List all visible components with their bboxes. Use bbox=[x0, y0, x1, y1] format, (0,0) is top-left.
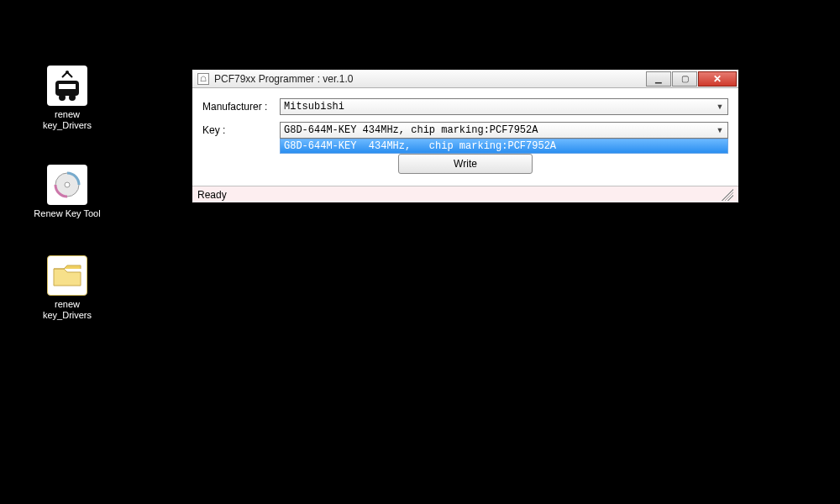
key-option[interactable]: G8D-644M-KEY 434MHz, chip marking:PCF795… bbox=[281, 139, 727, 153]
key-combo[interactable]: G8D-644M-KEY 434MHz, chip marking:PCF795… bbox=[280, 122, 728, 139]
desktop-icon-label: renew key_Drivers bbox=[34, 299, 101, 321]
minimize-icon: ▁ bbox=[655, 74, 662, 83]
desktop-icon-label: renew key_Drivers bbox=[34, 109, 101, 131]
svg-point-2 bbox=[69, 94, 76, 101]
chevron-down-icon: ▼ bbox=[713, 123, 727, 137]
manufacturer-label: Manufacturer : bbox=[202, 101, 280, 113]
app-window: ☖ PCF79xx Programmer : ver.1.0 ▁ ▢ ✕ Man… bbox=[192, 69, 739, 203]
write-row: Write bbox=[202, 154, 728, 174]
close-button[interactable]: ✕ bbox=[698, 71, 737, 87]
maximize-icon: ▢ bbox=[681, 74, 689, 83]
statusbar: Ready bbox=[192, 186, 738, 202]
chevron-down-icon: ▼ bbox=[713, 100, 727, 113]
key-row: Key : G8D-644M-KEY 434MHz, chip marking:… bbox=[202, 122, 728, 139]
prog-app-icon bbox=[47, 66, 87, 106]
svg-rect-3 bbox=[59, 84, 76, 89]
svg-point-4 bbox=[66, 71, 69, 74]
manufacturer-combo[interactable]: Mitsubishi ▼ bbox=[280, 98, 728, 115]
write-button[interactable]: Write bbox=[398, 154, 533, 174]
status-text: Ready bbox=[197, 189, 227, 201]
manufacturer-row: Manufacturer : Mitsubishi ▼ bbox=[202, 98, 728, 115]
minimize-button[interactable]: ▁ bbox=[646, 71, 671, 87]
close-icon: ✕ bbox=[713, 73, 722, 85]
desktop-icon-prog[interactable]: renew key_Drivers bbox=[34, 66, 101, 131]
window-title: PCF79xx Programmer : ver.1.0 bbox=[214, 73, 640, 85]
cd-icon bbox=[47, 165, 87, 205]
titlebar[interactable]: ☖ PCF79xx Programmer : ver.1.0 ▁ ▢ ✕ bbox=[192, 70, 738, 88]
client-area: Manufacturer : Mitsubishi ▼ Key : G8D-64… bbox=[192, 88, 738, 186]
window-buttons: ▁ ▢ ✕ bbox=[645, 71, 737, 87]
resize-grip[interactable] bbox=[722, 189, 733, 201]
folder-icon bbox=[47, 255, 87, 296]
key-dropdown: G8D-644M-KEY 434MHz, chip marking:PCF795… bbox=[280, 139, 728, 154]
desktop-icon-cd[interactable]: Renew Key Tool bbox=[34, 165, 101, 219]
desktop-icon-folder[interactable]: renew key_Drivers bbox=[34, 255, 101, 321]
maximize-button[interactable]: ▢ bbox=[672, 71, 697, 87]
manufacturer-value[interactable]: Mitsubishi bbox=[280, 98, 728, 115]
key-label: Key : bbox=[202, 124, 280, 136]
svg-point-6 bbox=[65, 182, 70, 187]
svg-point-1 bbox=[59, 94, 66, 101]
desktop-icon-label: Renew Key Tool bbox=[34, 208, 100, 219]
key-value[interactable]: G8D-644M-KEY 434MHz, chip marking:PCF795… bbox=[280, 122, 728, 139]
app-icon: ☖ bbox=[197, 73, 209, 85]
